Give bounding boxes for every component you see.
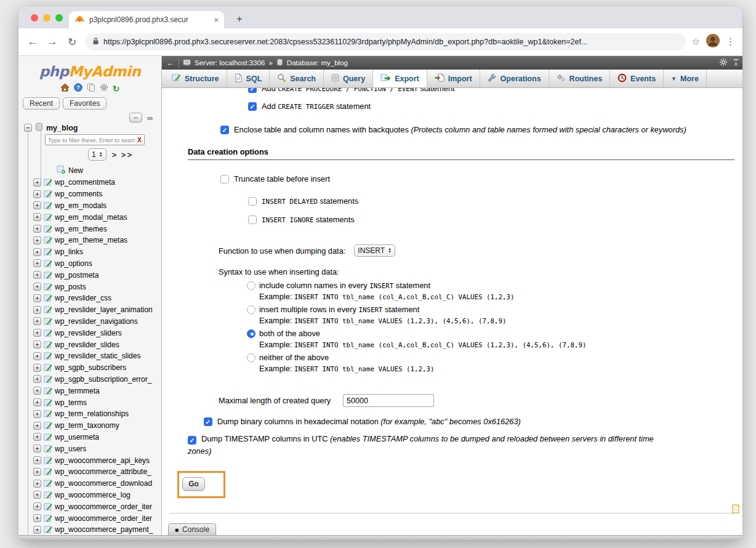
back-icon[interactable]: ← [26, 36, 39, 48]
browser-tab[interactable]: p3plcpnl0896.prod.phx3.secur × [69, 11, 224, 28]
table-name[interactable]: wp_term_relationships [55, 409, 129, 418]
tab-import[interactable]: Import [427, 70, 480, 87]
table-name[interactable]: wp_revslider_static_slides [55, 352, 140, 360]
bookmark-star-icon[interactable]: ☆ [692, 36, 700, 47]
table-name[interactable]: wp_termmeta [55, 387, 100, 395]
tab-query[interactable]: Query [324, 70, 373, 87]
page-corner-icon[interactable] [732, 504, 739, 515]
breadcrumb-back-icon[interactable]: ← [166, 58, 179, 68]
radio-unselected[interactable] [247, 353, 255, 362]
option-enclose-backquotes[interactable]: ✓ Enclose table and column names with ba… [220, 125, 686, 134]
page-settings-gear-icon[interactable] [719, 58, 728, 68]
checkbox-checked[interactable]: ✓ [248, 102, 257, 111]
syntax-option-label[interactable]: insert multiple rows in every INSERT sta… [259, 305, 419, 314]
tab-operations[interactable]: Operations [480, 70, 549, 87]
expand-table-button[interactable]: + [33, 225, 41, 233]
reload-icon[interactable]: ↻ [65, 36, 79, 49]
breadcrumb-server[interactable]: Server: localhost:3306 [195, 59, 265, 66]
collapse-top-icon[interactable]: ∧ [734, 59, 738, 66]
table-name[interactable]: wp_commentmeta [55, 178, 115, 187]
filter-clear-icon[interactable]: X [137, 137, 142, 143]
expand-table-button[interactable]: + [33, 259, 41, 267]
help-icon[interactable]: ? [74, 83, 82, 94]
radio-selected[interactable] [247, 329, 255, 338]
table-name[interactable]: wp_usermeta [55, 433, 99, 441]
option-truncate-table[interactable]: Truncate table before insert [220, 174, 330, 183]
expand-table-button[interactable]: + [33, 213, 41, 221]
console-tab[interactable]: ■ Console [168, 523, 216, 535]
table-name[interactable]: wp_revslider_sliders [55, 329, 122, 337]
tab-search[interactable]: Search [270, 70, 324, 87]
expand-table-button[interactable]: + [33, 352, 41, 360]
table-name[interactable]: wp_sgpb_subscribers [55, 363, 126, 372]
page-next-links[interactable]: > >> [112, 150, 133, 159]
avatar[interactable] [706, 34, 720, 50]
max-length-input[interactable] [343, 394, 434, 407]
checkbox-checked[interactable]: ✓ [204, 417, 212, 426]
table-name[interactable]: wp_woocommerce_attribute_ [55, 467, 151, 476]
tab-structure[interactable]: Structure [164, 70, 227, 87]
new-tab-button[interactable]: + [233, 14, 246, 25]
expand-table-button[interactable]: + [33, 340, 41, 349]
tab-export[interactable]: Export [373, 70, 427, 87]
radio-unselected[interactable] [247, 281, 255, 290]
go-button[interactable]: Go [182, 477, 205, 491]
table-name[interactable]: wp_em_modal_metas [55, 213, 127, 222]
syntax-option-label[interactable]: neither of the above [259, 353, 329, 362]
minimize-window-button[interactable] [43, 14, 50, 22]
forward-icon[interactable]: → [46, 36, 59, 48]
table-filter-input[interactable]: Type to filter these, Enter to search X [45, 134, 145, 145]
table-name[interactable]: wp_comments [55, 190, 102, 198]
checkbox-checked[interactable]: ✓ [248, 88, 257, 93]
expand-table-button[interactable]: + [33, 190, 41, 198]
tab-events[interactable]: Events [610, 70, 664, 87]
table-name[interactable]: wp_users [55, 445, 86, 453]
breadcrumb-database[interactable]: Database: my_blog [287, 59, 348, 66]
table-name[interactable]: wp_revslider_navigations [55, 317, 138, 326]
expand-table-button[interactable]: + [33, 398, 41, 406]
expand-table-button[interactable]: + [33, 179, 41, 187]
expand-table-button[interactable]: + [33, 514, 41, 522]
tab-close-icon[interactable]: × [214, 15, 219, 25]
expand-table-button[interactable]: + [33, 491, 41, 499]
expand-table-button[interactable]: + [33, 502, 41, 510]
kebab-menu-icon[interactable]: ⋮ [726, 36, 735, 47]
table-name[interactable]: wp_woocommerce_download [55, 479, 152, 488]
radio-unselected[interactable] [247, 305, 255, 314]
recent-button[interactable]: Recent [23, 97, 60, 110]
table-name[interactable]: wp_woocommerce_order_iter [55, 502, 152, 511]
table-name[interactable]: wp_posts [55, 283, 86, 291]
expand-table-button[interactable]: + [33, 375, 41, 383]
table-name[interactable]: wp_postmeta [55, 271, 99, 280]
expand-table-button[interactable]: + [33, 294, 41, 302]
settings-gear-icon[interactable] [100, 83, 108, 94]
expand-table-button[interactable]: + [33, 433, 41, 441]
option-add-create-procedure[interactable]: ✓ Add CREATE PROCEDURE / FUNCTION / EVEN… [248, 88, 455, 93]
option-dump-binary-hex[interactable]: ✓ Dump binary columns in hexadecimal not… [204, 417, 521, 426]
expand-table-button[interactable]: + [33, 283, 41, 291]
expand-table-button[interactable]: + [33, 422, 41, 430]
new-table-item[interactable]: New [57, 165, 83, 175]
tab-more[interactable]: ▼More [664, 70, 707, 87]
close-window-button[interactable] [31, 14, 38, 22]
checkbox-unchecked[interactable] [248, 216, 257, 224]
checkbox-unchecked[interactable] [220, 175, 229, 183]
link-icon[interactable]: ∞ [147, 113, 153, 123]
checkbox-unchecked[interactable] [248, 197, 257, 206]
database-name[interactable]: my_blog [46, 124, 78, 132]
checkbox-checked[interactable]: ✓ [188, 436, 196, 445]
table-name[interactable]: wp_em_modals [55, 201, 107, 210]
home-icon[interactable] [60, 83, 70, 94]
expand-table-button[interactable]: + [33, 526, 41, 534]
new-table-label[interactable]: New [68, 166, 83, 175]
option-add-create-trigger[interactable]: ✓ Add CREATE TRIGGER statement [248, 102, 371, 111]
table-name[interactable]: wp_woocommerce_log [55, 491, 131, 499]
expand-table-button[interactable]: + [33, 201, 41, 209]
option-insert-ignore[interactable]: INSERT IGNORE statements [248, 215, 355, 224]
collapse-db-button[interactable]: − [24, 124, 32, 132]
table-name[interactable]: wp_woocommerce_payment_ [55, 525, 153, 534]
expand-table-button[interactable]: + [33, 480, 41, 488]
expand-table-button[interactable]: + [33, 236, 41, 244]
tab-sql[interactable]: SQL [227, 70, 270, 87]
table-name[interactable]: wp_links [55, 248, 83, 256]
